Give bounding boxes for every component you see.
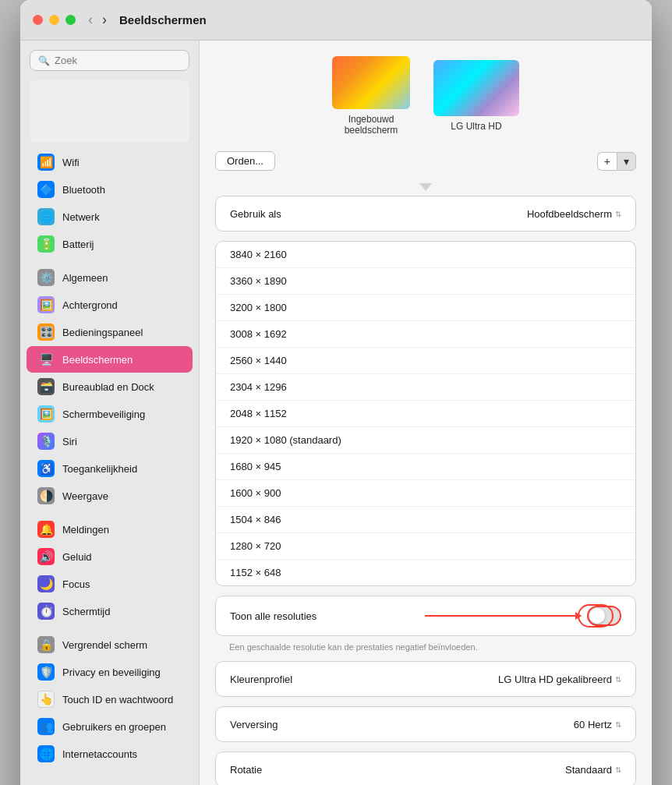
resolution-item[interactable]: 3200 × 1800 <box>216 295 635 321</box>
desktop-icon: 🗃️ <box>37 378 55 395</box>
notifications-icon: 🔔 <box>37 521 55 538</box>
gebruik-als-chevron: ⇅ <box>615 210 621 218</box>
sidebar-item-schermtijd[interactable]: ⏱️ Schermtijd <box>27 598 193 624</box>
sidebar-item-focus[interactable]: 🌙 Focus <box>27 571 193 597</box>
sidebar-item-batterij[interactable]: 🔋 Batterij <box>27 231 193 257</box>
wifi-icon: 📶 <box>37 154 55 171</box>
sidebar-item-label: Algemeen <box>62 272 108 284</box>
kleurenprofiel-selection: LG Ultra HD gekalibreerd <box>498 674 612 685</box>
sidebar-item-privacyenbeveiliging[interactable]: 🛡️ Privacy en beveiliging <box>27 659 193 685</box>
close-button[interactable] <box>33 15 43 25</box>
sidebar-item-bureaubladendock[interactable]: 🗃️ Bureaublad en Dock <box>27 373 193 400</box>
resolution-item[interactable]: 1504 × 846 <box>216 507 635 533</box>
sidebar-item-beeldschermen[interactable]: 🖥️ Beeldschermen <box>27 346 193 373</box>
sidebar-item-touchid[interactable]: 👆 Touch ID en wachtwoord <box>27 686 193 713</box>
gebruik-als-value[interactable]: Hoofdbeeldscherm ⇅ <box>527 208 621 220</box>
display-preview-ingebouwd <box>332 56 410 109</box>
display-thumbnail-ingebouwd <box>332 56 410 109</box>
resolution-item[interactable]: 1920 × 1080 (standaard) <box>216 427 635 454</box>
touchid-icon: 👆 <box>37 691 55 708</box>
add-display-dropdown[interactable]: ▾ <box>617 152 636 171</box>
rotatie-row: Rotatie Standaard ⇅ <box>216 752 635 785</box>
search-input[interactable] <box>55 55 181 66</box>
sidebar-item-geluid[interactable]: 🔊 Geluid <box>27 543 193 570</box>
search-icon: 🔍 <box>38 55 50 66</box>
kleurenprofiel-label: Kleurenprofiel <box>230 674 292 685</box>
resolution-item[interactable]: 2560 × 1440 <box>216 348 635 374</box>
maximize-button[interactable] <box>65 15 76 25</box>
verversing-row: Verversing 60 Hertz ⇅ <box>216 707 635 741</box>
resolution-item[interactable]: 1680 × 945 <box>216 454 635 480</box>
orden-button[interactable]: Orden... <box>215 151 275 171</box>
resolution-item[interactable]: 1152 × 648 <box>216 560 635 585</box>
minimize-button[interactable] <box>49 15 59 25</box>
verversing-chevron: ⇅ <box>615 720 621 729</box>
display-thumbnail-lg <box>433 60 519 116</box>
sidebar-item-wifi[interactable]: 📶 Wifi <box>27 149 193 175</box>
display-caret <box>215 183 636 191</box>
resolution-item[interactable]: 3360 × 1890 <box>216 268 635 295</box>
toon-alle-label: Toon alle resoluties <box>230 610 317 622</box>
sidebar-item-label: Batterij <box>62 239 94 250</box>
verversing-value[interactable]: 60 Hertz ⇅ <box>574 719 621 730</box>
kleurenprofiel-value[interactable]: LG Ultra HD gekalibreerd ⇅ <box>498 674 621 685</box>
forward-button[interactable]: › <box>99 10 110 30</box>
sidebar-item-gebruikersengroepen[interactable]: 👥 Gebruikers en groepen <box>27 713 193 740</box>
sidebar-item-label: Gebruikers en groepen <box>62 721 166 733</box>
sidebar: 🔍 📶 Wifi 🔷 Bluetooth 🌐 Netwerk 🔋 Batteri… <box>20 41 200 785</box>
resolution-item[interactable]: 3840 × 2160 <box>216 242 635 268</box>
sidebar-item-label: Privacy en beveiliging <box>62 667 161 678</box>
verversing-selection: 60 Hertz <box>574 719 612 730</box>
toon-toggle[interactable] <box>587 606 621 626</box>
sidebar-item-label: Schermbeveiliging <box>62 408 145 420</box>
sidebar-item-algemeen[interactable]: ⚙️ Algemeen <box>27 264 193 291</box>
resolution-item[interactable]: 1280 × 720 <box>216 533 635 560</box>
resolution-list: 3840 × 2160 3360 × 1890 3200 × 1800 3008… <box>215 241 636 586</box>
resolution-item[interactable]: 2048 × 1152 <box>216 401 635 427</box>
rotatie-value[interactable]: Standaard ⇅ <box>565 764 621 776</box>
display-item-ingebouwd[interactable]: Ingebouwdbeeldscherm <box>332 56 410 136</box>
sidebar-item-siri[interactable]: 🎙️ Siri <box>27 428 193 454</box>
sidebar-item-weergave[interactable]: 🌗 Weergave <box>27 483 193 509</box>
sidebar-item-vergrendelscherm[interactable]: 🔒 Vergrendel scherm <box>27 631 193 658</box>
lock-icon: 🔒 <box>37 636 55 653</box>
sidebar-item-label: Vergrendel scherm <box>62 639 147 651</box>
right-panel: Ingebouwdbeeldscherm LG Ultra HD Orden..… <box>200 41 652 785</box>
users-icon: 👥 <box>37 718 55 735</box>
sidebar-item-label: Schermtijd <box>62 606 110 617</box>
display-preview-lg <box>433 60 519 116</box>
sidebar-item-schermbeveiliging[interactable]: 🖼️ Schermbeveiliging <box>27 401 193 427</box>
privacy-icon: 🛡️ <box>37 663 55 681</box>
search-bar[interactable]: 🔍 <box>30 50 189 71</box>
back-button[interactable]: ‹ <box>85 10 96 30</box>
sidebar-item-label: Beeldschermen <box>62 354 133 366</box>
toon-alle-wrapper: Toon alle resoluties <box>215 596 636 636</box>
sidebar-item-label: Weergave <box>62 490 108 502</box>
resolution-item[interactable]: 1600 × 900 <box>216 480 635 507</box>
sidebar-item-label: Geluid <box>62 551 92 563</box>
sidebar-item-achtergrond[interactable]: 🖼️ Achtergrond <box>27 292 193 318</box>
network-icon: 🌐 <box>37 208 55 225</box>
add-remove-controls: + ▾ <box>597 152 636 171</box>
resolution-item[interactable]: 2304 × 1296 <box>216 374 635 401</box>
display-item-lg[interactable]: LG Ultra HD <box>433 60 519 132</box>
accessibility-icon: ♿ <box>37 460 55 477</box>
sidebar-item-label: Meldingen <box>62 524 109 536</box>
resolution-item[interactable]: 3008 × 1692 <box>216 321 635 348</box>
sidebar-item-netwerk[interactable]: 🌐 Netwerk <box>27 203 193 230</box>
general-icon: ⚙️ <box>37 269 55 286</box>
sidebar-item-label: Achtergrond <box>62 299 118 311</box>
add-display-button[interactable]: + <box>597 152 617 171</box>
sidebar-item-bluetooth[interactable]: 🔷 Bluetooth <box>27 176 193 203</box>
sidebar-item-toegankelijkheid[interactable]: ♿ Toegankelijkheid <box>27 455 193 482</box>
verversing-label: Verversing <box>230 719 278 730</box>
rotatie-section: Rotatie Standaard ⇅ <box>215 751 636 785</box>
sidebar-item-internetaccounts[interactable]: 🌐 Internetaccounts <box>27 741 193 767</box>
rotatie-label: Rotatie <box>230 764 262 776</box>
sidebar-item-meldingen[interactable]: 🔔 Meldingen <box>27 516 193 543</box>
sidebar-item-label: Bureaublad en Dock <box>62 381 154 393</box>
main-window: ‹ › Beeldschermen 🔍 📶 Wifi 🔷 Bluetooth 🌐… <box>20 0 652 785</box>
sidebar-item-bedieningspaneel[interactable]: 🎛️ Bedieningspaneel <box>27 319 193 345</box>
titlebar: ‹ › Beeldschermen <box>20 0 652 41</box>
display-label-lg: LG Ultra HD <box>451 121 501 132</box>
